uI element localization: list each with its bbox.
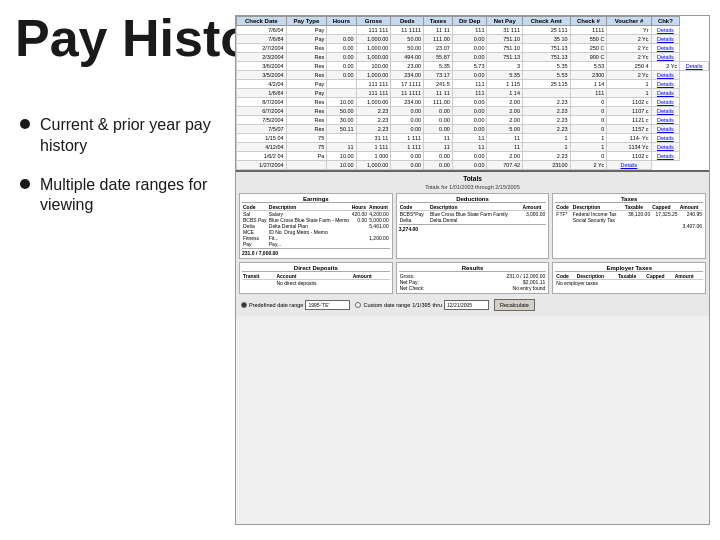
ded-cell-0-2: 3,000.00: [522, 211, 547, 218]
recalculate-button[interactable]: Recalculate: [494, 299, 535, 311]
cell-8-7: 2.00: [487, 98, 523, 107]
cell-1-9: 550 C: [570, 35, 607, 44]
cell-9-2: 50.00: [327, 107, 356, 116]
details-link[interactable]: Details: [651, 53, 680, 62]
emp-tax-empty: No employer taxes: [555, 280, 703, 287]
table-row: 1/27/200410.001,000.000.000.000.00707.42…: [237, 161, 709, 170]
details-link[interactable]: Details: [651, 98, 680, 107]
cell-1-4: 50.00: [391, 35, 424, 44]
table-row: 1/15 047531 111 11111111111114- YcDetail…: [237, 134, 709, 143]
panel-title: Totals: [239, 175, 706, 182]
cell-3-7: 751.13: [487, 53, 523, 62]
dd-row: No direct deposits: [242, 280, 390, 287]
details-link[interactable]: Details: [651, 107, 680, 116]
details-link[interactable]: Details: [651, 35, 680, 44]
predefined-radio-label[interactable]: Predefined date range: [241, 300, 350, 310]
tax-cell-2-3: [651, 223, 678, 229]
cell-15-5: 0.00: [424, 161, 453, 170]
cell-10-4: 0.00: [391, 116, 424, 125]
cell-15-6: 0.00: [452, 161, 487, 170]
earn-cell-2-3: 5,461.00: [368, 223, 390, 229]
table-row: 7/5/2004Res30.002.230.000.000.002.002.23…: [237, 116, 709, 125]
table-row: 2/3/2004Res0.001,000.00494.0055.870.0075…: [237, 53, 709, 62]
details-link[interactable]: Details: [651, 71, 680, 80]
cell-9-7: 2.00: [487, 107, 523, 116]
earnings-row: PayPay...: [242, 241, 390, 247]
table-row: 1/6/64Pay111 11111 111111 111111 141111D…: [237, 89, 709, 98]
table-row: 8/7/2004Res10.001,000.00234.00111.000.00…: [237, 98, 709, 107]
custom-radio-text: Custom date range: [363, 302, 410, 308]
cell-3-8: 751.13: [523, 53, 571, 62]
bullet-dot-1: [20, 119, 30, 129]
earnings-totals: 231.0 / 7,000.00: [242, 248, 390, 256]
cell-11-5: 0.00: [424, 125, 453, 134]
table-row: 3/6/2004Res0.00100.0023.005.355.7335.355…: [237, 62, 709, 71]
pay-history-table: Check DatePay TypeHoursGrossDedsTaxesDir…: [236, 16, 709, 170]
col-voucher-#: Voucher #: [607, 17, 651, 26]
details-link[interactable]: Details: [651, 26, 680, 35]
earnings-col-hours: Hours: [351, 204, 368, 211]
earnings-table: Code Description Hours Amount SalSalary4…: [242, 204, 390, 247]
cell-6-0: 4/2/04: [237, 80, 287, 89]
details-link[interactable]: Details: [651, 89, 680, 98]
details-link[interactable]: Details: [607, 161, 651, 170]
employer-taxes-title: Employer Taxes: [555, 265, 703, 272]
cell-14-7: 2.00: [487, 152, 523, 161]
details-link[interactable]: Details: [651, 143, 680, 152]
ded-cell-1-2: [522, 217, 547, 223]
details-link[interactable]: Details: [651, 134, 680, 143]
cell-1-0: 7/6/84: [237, 35, 287, 44]
totals-summary-table: Gross: 231.0 / 12,000.00 Net Pay: $2,001…: [399, 273, 547, 291]
cell-11-9: 0: [570, 125, 607, 134]
cell-4-9: 5.53: [570, 62, 607, 71]
cell-15-9: 2 Yc: [570, 161, 607, 170]
earn-cell-5-1: Pay...: [268, 241, 351, 247]
table-row: 7/6/84Pay0.001,000.0050.00111.000.00751.…: [237, 35, 709, 44]
cell-2-3: 1,000.00: [356, 44, 391, 53]
cell-7-1: Pay: [286, 89, 327, 98]
cell-13-0: 4/12/04: [237, 143, 287, 152]
employer-taxes-section: Employer Taxes Code Description Taxable …: [552, 262, 706, 294]
cell-9-4: 0.00: [391, 107, 424, 116]
details-link[interactable]: Details: [651, 44, 680, 53]
custom-radio-label[interactable]: Custom date range 1/1/395 thru: [355, 300, 489, 310]
panel-subtitle: Totals for 1/01/2003 through 2/15/2005: [239, 184, 706, 190]
totals-panel: Totals Totals for 1/01/2003 through 2/15…: [236, 170, 709, 316]
details-link[interactable]: Details: [651, 80, 680, 89]
cell-10-1: Res: [286, 116, 327, 125]
taxes-section: Taxes Code Description Taxable Capped Am…: [552, 193, 706, 259]
cell-12-0: 1/15 04: [237, 134, 287, 143]
col-gross: Gross: [356, 17, 391, 26]
cell-11-6: 0.00: [452, 125, 487, 134]
net-check-row: Net Check: No entry found: [399, 285, 547, 291]
net-check-label: Net Check:: [399, 285, 457, 291]
cell-13-7: 11: [487, 143, 523, 152]
cell-9-8: 2.23: [523, 107, 571, 116]
cell-13-4: 1 111: [391, 143, 424, 152]
cell-4-1: Res: [286, 62, 327, 71]
cell-8-9: 0: [570, 98, 607, 107]
cell-0-8: 25 111: [523, 26, 571, 35]
cell-10-6: 0.00: [452, 116, 487, 125]
custom-to-input[interactable]: [444, 300, 489, 310]
cell-4-10: 250 4: [607, 62, 651, 71]
table-row: 2/7/2004Res0.001,000.0050.0023.070.00751…: [237, 44, 709, 53]
cell-14-8: 2.23: [523, 152, 571, 161]
details-link[interactable]: Details: [680, 62, 709, 71]
cell-6-7: 1 115: [487, 80, 523, 89]
details-link[interactable]: Details: [651, 125, 680, 134]
predefined-date-input[interactable]: [305, 300, 350, 310]
details-link[interactable]: Details: [651, 116, 680, 125]
cell-4-0: 3/6/2004: [237, 62, 287, 71]
cell-15-7: 707.42: [487, 161, 523, 170]
cell-12-2: [327, 134, 356, 143]
bullet-text-1: Current & prior year pay history: [40, 115, 240, 157]
cell-15-8: 23100: [523, 161, 571, 170]
cell-4-5: 5.35: [424, 62, 453, 71]
predefined-radio-circle[interactable]: [241, 302, 247, 308]
details-link[interactable]: Details: [651, 152, 680, 161]
custom-radio-circle[interactable]: [355, 302, 361, 308]
table-row: 6/7/2004Res50.002.230.000.000.002.002.23…: [237, 107, 709, 116]
net-check-value: No entry found: [457, 285, 546, 291]
cell-15-0: 1/27/2004: [237, 161, 287, 170]
